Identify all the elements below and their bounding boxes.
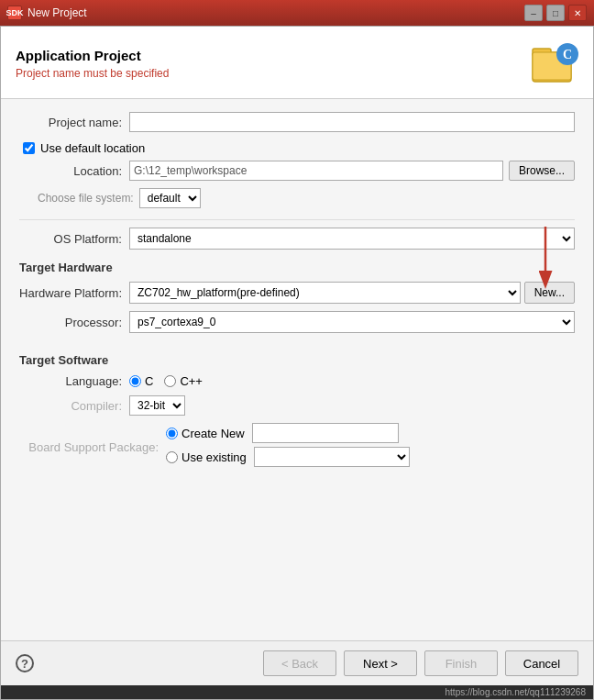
minimize-button[interactable]: – bbox=[524, 5, 543, 21]
new-button[interactable]: New... bbox=[524, 282, 575, 304]
bsp-create-radio[interactable] bbox=[166, 428, 178, 439]
compiler-label: Compiler: bbox=[19, 399, 129, 413]
bsp-existing-radio[interactable] bbox=[166, 451, 178, 463]
language-label: Language: bbox=[19, 374, 129, 388]
back-button[interactable]: < Back bbox=[263, 650, 336, 676]
bsp-section: Create New Use existing bbox=[166, 423, 410, 471]
processor-row: Processor: ps7_cortexa9_0 bbox=[19, 311, 575, 333]
compiler-select[interactable]: 32-bit 64-bit bbox=[129, 395, 185, 416]
location-row: Location: Browse... bbox=[19, 161, 575, 181]
dialog-content: Project name: Use default location Locat… bbox=[1, 99, 593, 640]
project-name-row: Project name: bbox=[19, 112, 575, 132]
bsp-create-input[interactable] bbox=[252, 423, 399, 443]
processor-select[interactable]: ps7_cortexa9_0 bbox=[129, 311, 575, 333]
bsp-create-row: Create New bbox=[166, 423, 410, 443]
status-url: https://blog.csdn.net/qq111239268 bbox=[446, 687, 586, 697]
target-hardware-header: Target Hardware bbox=[19, 261, 575, 274]
footer-buttons: < Back Next > Finish Cancel bbox=[263, 650, 578, 676]
status-bar: https://blog.csdn.net/qq111239268 bbox=[1, 685, 593, 699]
bsp-existing-option[interactable]: Use existing bbox=[166, 450, 247, 464]
os-platform-row: OS Platform: standalone bbox=[19, 228, 575, 250]
filesystem-select[interactable]: default bbox=[139, 188, 201, 208]
language-c-radio[interactable] bbox=[129, 375, 141, 387]
bsp-existing-select[interactable] bbox=[254, 447, 410, 467]
hardware-platform-row: Hardware Platform: ZC702_hw_platform(pre… bbox=[19, 282, 575, 304]
language-c-option[interactable]: C bbox=[129, 374, 153, 388]
location-input[interactable] bbox=[129, 161, 503, 181]
language-c-label: C bbox=[145, 374, 153, 388]
bsp-existing-row: Use existing bbox=[166, 447, 410, 467]
hardware-platform-container: Hardware Platform: ZC702_hw_platform(pre… bbox=[19, 282, 575, 304]
dialog-header: Application Project Project name must be… bbox=[1, 27, 593, 99]
language-cpp-radio[interactable] bbox=[164, 375, 176, 387]
app-icon: SDK bbox=[7, 6, 22, 20]
help-button[interactable]: ? bbox=[16, 654, 34, 672]
svg-text:C: C bbox=[563, 48, 572, 61]
bsp-existing-label: Use existing bbox=[182, 450, 247, 464]
filesystem-row: Choose file system: default bbox=[19, 188, 575, 208]
dialog-title: Application Project bbox=[16, 48, 169, 63]
compiler-row: Compiler: 32-bit 64-bit bbox=[19, 395, 575, 416]
target-software-header: Target Software bbox=[19, 353, 575, 367]
bsp-create-option[interactable]: Create New bbox=[166, 427, 245, 440]
footer-left: ? bbox=[16, 654, 34, 672]
use-default-location-row: Use default location bbox=[19, 141, 575, 155]
os-platform-label: OS Platform: bbox=[19, 232, 129, 246]
dialog-subtitle: Project name must be specified bbox=[16, 67, 169, 80]
language-cpp-option[interactable]: C++ bbox=[164, 374, 203, 388]
application-icon: C bbox=[531, 39, 578, 87]
use-default-location-label: Use default location bbox=[40, 141, 145, 155]
header-text: Application Project Project name must be… bbox=[16, 48, 169, 80]
language-cpp-label: C++ bbox=[180, 374, 203, 388]
language-radio-group: C C++ bbox=[129, 374, 203, 388]
separator-1 bbox=[19, 219, 575, 220]
hardware-platform-label: Hardware Platform: bbox=[19, 286, 129, 300]
os-platform-select[interactable]: standalone bbox=[129, 228, 575, 250]
hardware-platform-select[interactable]: ZC702_hw_platform(pre-defined) bbox=[129, 282, 521, 304]
title-bar: SDK New Project – □ ✕ bbox=[0, 0, 594, 26]
location-label: Location: bbox=[19, 164, 129, 178]
project-name-label: Project name: bbox=[19, 116, 129, 129]
browse-button[interactable]: Browse... bbox=[509, 161, 575, 181]
project-name-input[interactable] bbox=[129, 112, 575, 132]
processor-label: Processor: bbox=[19, 316, 129, 329]
language-row: Language: C C++ bbox=[19, 374, 575, 388]
spacer bbox=[19, 340, 575, 350]
window-title: New Project bbox=[28, 6, 524, 19]
maximize-button[interactable]: □ bbox=[546, 5, 565, 21]
dialog-body: Application Project Project name must be… bbox=[0, 26, 594, 700]
cancel-button[interactable]: Cancel bbox=[505, 650, 578, 676]
next-button[interactable]: Next > bbox=[344, 650, 417, 676]
window-controls: – □ ✕ bbox=[524, 5, 587, 21]
dialog-footer: ? < Back Next > Finish Cancel bbox=[1, 640, 593, 685]
use-default-location-checkbox[interactable] bbox=[23, 142, 35, 154]
filesystem-label: Choose file system: bbox=[38, 192, 134, 205]
bsp-row: Board Support Package: Create New Use ex… bbox=[19, 423, 575, 471]
finish-button[interactable]: Finish bbox=[424, 650, 498, 676]
bsp-label: Board Support Package: bbox=[19, 440, 166, 454]
close-button[interactable]: ✕ bbox=[568, 5, 587, 21]
bsp-create-label: Create New bbox=[182, 427, 245, 440]
